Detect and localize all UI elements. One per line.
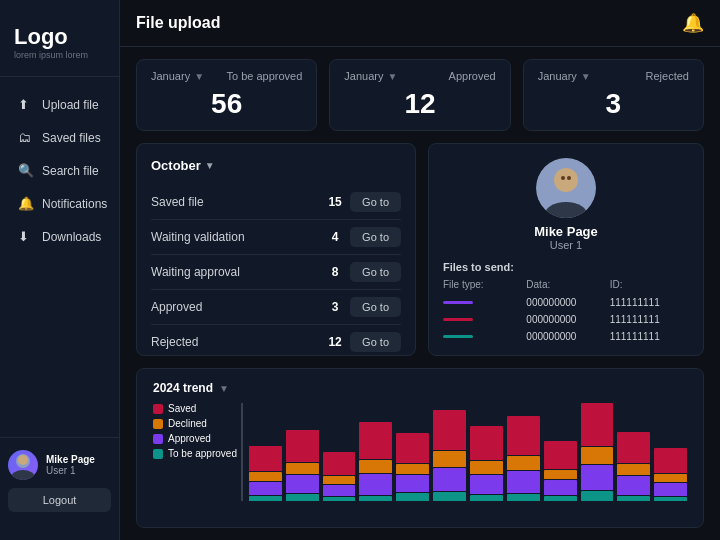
bar-segment <box>507 494 540 501</box>
bar-segment <box>581 465 614 490</box>
legend-dot-pending <box>153 449 163 459</box>
sidebar-user-role: User 1 <box>46 465 95 476</box>
logout-button[interactable]: Logout <box>8 488 111 512</box>
stat-value-1: 12 <box>344 88 495 120</box>
sidebar-item-search-file[interactable]: 🔍 Search file <box>8 155 111 186</box>
file-type-cell-1 <box>443 318 522 321</box>
status-row-waiting-validation: Waiting validation 4 Go to <box>151 220 401 255</box>
goto-button-rejected[interactable]: Go to <box>350 332 401 352</box>
chart-y-axis <box>241 403 243 501</box>
file-row-0: 000000000 111111111 <box>443 294 689 311</box>
sidebar-item-label: Search file <box>42 164 99 178</box>
goto-button-waiting-validation[interactable]: Go to <box>350 227 401 247</box>
sidebar-item-label: Downloads <box>42 230 101 244</box>
file-id-1: 111111111 <box>610 314 689 325</box>
sidebar-item-downloads[interactable]: ⬇ Downloads <box>8 221 111 252</box>
bar-segment <box>654 448 687 473</box>
chart-body: Saved Declined Approved To be approved <box>153 403 687 501</box>
file-type-cell-0 <box>443 301 522 304</box>
stat-card-header: January ▼ Rejected <box>538 70 689 82</box>
svg-point-1 <box>18 455 28 465</box>
bar-group-2 <box>323 452 356 501</box>
file-row-1: 000000000 111111111 <box>443 311 689 328</box>
status-count-saved: 15 <box>320 195 350 209</box>
bar-segment <box>433 492 466 501</box>
bar-segment <box>581 491 614 501</box>
status-label-waiting-validation: Waiting validation <box>151 230 320 244</box>
legend-dot-saved <box>153 404 163 414</box>
legend-item-approved: Approved <box>153 433 237 444</box>
svg-point-6 <box>561 176 565 180</box>
bar-segment <box>544 441 577 468</box>
bar-segment <box>396 464 429 474</box>
svg-point-7 <box>567 176 571 180</box>
chart-dropdown-icon[interactable]: ▼ <box>219 383 229 394</box>
month-dropdown-arrow-icon: ▼ <box>205 160 215 171</box>
goto-button-saved[interactable]: Go to <box>350 192 401 212</box>
notification-bell-icon[interactable]: 🔔 <box>682 12 704 34</box>
download-icon: ⬇ <box>18 229 34 244</box>
stat-label-1: Approved <box>449 70 496 82</box>
stat-dropdown-0[interactable]: ▼ <box>194 71 204 82</box>
bar-segment <box>617 464 650 475</box>
bar-segment <box>544 496 577 501</box>
middle-section: October ▼ Saved file 15 Go to Waiting va… <box>120 131 720 356</box>
bar-segment <box>617 496 650 501</box>
col-file-type: File type: <box>443 279 522 290</box>
files-table-header: File type: Data: ID: <box>443 279 689 294</box>
user-name: Mike Page <box>534 224 598 239</box>
bar-segment <box>581 447 614 464</box>
user-avatar <box>536 158 596 218</box>
sidebar-nav: ⬆ Upload file 🗂 Saved files 🔍 Search fil… <box>0 89 119 437</box>
legend-label-saved: Saved <box>168 403 196 414</box>
bar-segment <box>544 480 577 496</box>
header: File upload 🔔 <box>120 0 720 47</box>
stat-dropdown-1[interactable]: ▼ <box>387 71 397 82</box>
bar-segment <box>581 403 614 446</box>
files-table: File type: Data: ID: 000000000 111111111… <box>443 279 689 345</box>
status-count-waiting-approval: 8 <box>320 265 350 279</box>
sidebar-item-label: Upload file <box>42 98 99 112</box>
status-row-rejected: Rejected 12 Go to <box>151 325 401 359</box>
page-title: File upload <box>136 14 220 32</box>
bar-segment <box>470 495 503 501</box>
legend-label-declined: Declined <box>168 418 207 429</box>
status-rows: Saved file 15 Go to Waiting validation 4… <box>151 185 401 359</box>
sidebar-user-info: Mike Page User 1 <box>46 454 95 476</box>
file-id-0: 111111111 <box>610 297 689 308</box>
bar-segment <box>396 493 429 501</box>
file-data-0: 000000000 <box>526 297 605 308</box>
bar-segment <box>323 452 356 475</box>
file-id-2: 111111111 <box>610 331 689 342</box>
chart-area <box>241 403 687 501</box>
bar-segment <box>286 430 319 462</box>
file-type-cell-2 <box>443 335 522 338</box>
sidebar-item-upload-file[interactable]: ⬆ Upload file <box>8 89 111 120</box>
status-label-saved: Saved file <box>151 195 320 209</box>
legend-item-declined: Declined <box>153 418 237 429</box>
stats-row: January ▼ To be approved 56 January ▼ Ap… <box>120 47 720 131</box>
status-row-saved: Saved file 15 Go to <box>151 185 401 220</box>
status-count-waiting-validation: 4 <box>320 230 350 244</box>
goto-button-waiting-approval[interactable]: Go to <box>350 262 401 282</box>
main-content: File upload 🔔 January ▼ To be approved 5… <box>120 0 720 540</box>
bar-group-10 <box>617 432 650 501</box>
user-role: User 1 <box>550 239 582 251</box>
bar-segment <box>544 470 577 479</box>
month-selector[interactable]: October ▼ <box>151 158 401 173</box>
stat-dropdown-2[interactable]: ▼ <box>581 71 591 82</box>
chart-section: 2024 trend ▼ Saved Declined Approved <box>136 368 704 528</box>
goto-button-approved[interactable]: Go to <box>350 297 401 317</box>
svg-point-4 <box>554 168 578 192</box>
bar-segment <box>507 416 540 454</box>
sidebar-user: Mike Page User 1 <box>8 450 111 480</box>
sidebar-item-label: Saved files <box>42 131 101 145</box>
sidebar-item-notifications[interactable]: 🔔 Notifications <box>8 188 111 219</box>
bar-segment <box>470 461 503 474</box>
bar-group-5 <box>433 410 466 501</box>
status-count-approved: 3 <box>320 300 350 314</box>
search-icon: 🔍 <box>18 163 34 178</box>
bar-segment <box>433 451 466 467</box>
sidebar-item-saved-files[interactable]: 🗂 Saved files <box>8 122 111 153</box>
file-row-2: 000000000 111111111 <box>443 328 689 345</box>
